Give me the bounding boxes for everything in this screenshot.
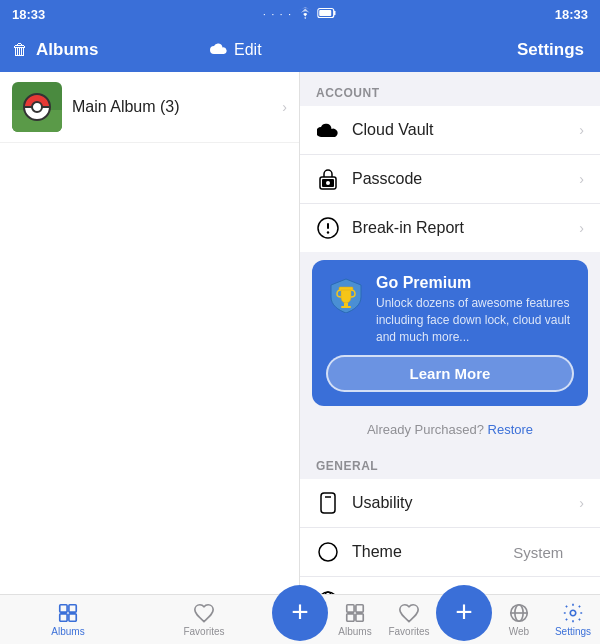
breakin-report-item[interactable]: Break-in Report › — [300, 204, 600, 252]
already-purchased-text: Already Purchased? — [367, 422, 484, 437]
svg-rect-11 — [321, 493, 335, 513]
premium-banner: Go Premium Unlock dozens of awesome feat… — [312, 260, 588, 406]
theme-value: System — [513, 544, 563, 561]
tab-web-right-label: Web — [509, 626, 529, 637]
tab-bar-right: Albums Favorites + Web — [328, 595, 600, 644]
battery-icon — [317, 7, 337, 22]
learn-more-button[interactable]: Learn More — [326, 355, 574, 392]
svg-rect-22 — [60, 605, 67, 612]
status-center: · · · · — [263, 7, 337, 22]
svg-rect-27 — [356, 605, 363, 612]
theme-item[interactable]: Theme System › — [300, 528, 600, 577]
svg-rect-28 — [347, 614, 354, 621]
tab-bar-left: Albums Favorites — [0, 595, 272, 644]
premium-description: Unlock dozens of awesome features includ… — [376, 295, 574, 345]
svg-rect-29 — [356, 614, 363, 621]
svg-rect-9 — [344, 303, 348, 306]
theme-icon — [316, 540, 340, 564]
passcode-label: Passcode — [352, 170, 567, 188]
edit-button[interactable]: Edit — [234, 41, 262, 59]
plus-icon-left: + — [291, 597, 309, 627]
tab-favorites-left-label: Favorites — [183, 626, 224, 637]
svg-point-13 — [319, 543, 337, 561]
tab-favorites-right-label: Favorites — [388, 626, 429, 637]
cloud-vault-label: Cloud Vault — [352, 121, 567, 139]
album-item[interactable]: Main Album (3) › — [0, 72, 299, 143]
album-name: Main Album (3) — [72, 98, 180, 115]
svg-rect-8 — [339, 287, 353, 290]
cloud-vault-chevron-icon: › — [579, 122, 584, 138]
account-section-header: ACCOUNT — [300, 72, 600, 106]
main-content: Main Album (3) › ACCOUNT Cloud Vault › — [0, 72, 600, 594]
cloud-icon — [210, 42, 228, 58]
cloud-vault-icon — [316, 118, 340, 142]
add-button-left[interactable]: + — [272, 585, 328, 641]
tab-bar: Albums Favorites + Albums — [0, 594, 600, 644]
tab-web-right[interactable]: Web — [492, 595, 546, 644]
svg-rect-23 — [69, 605, 76, 612]
svg-rect-24 — [60, 614, 67, 621]
signal-dots: · · · · — [263, 10, 293, 19]
left-panel: Main Album (3) › — [0, 72, 300, 594]
tab-albums-right[interactable]: Albums — [328, 595, 382, 644]
tab-center-right: + — [436, 595, 492, 644]
header-left: 🗑 Albums — [0, 40, 200, 60]
tab-albums-left[interactable]: Albums — [0, 595, 136, 644]
breakin-report-label: Break-in Report — [352, 219, 567, 237]
svg-rect-10 — [341, 306, 351, 308]
status-time-right: 18:33 — [555, 7, 588, 22]
tab-favorites-right[interactable]: Favorites — [382, 595, 436, 644]
restore-link[interactable]: Restore — [488, 422, 534, 437]
app-header: 🗑 Albums Edit Settings — [0, 28, 600, 72]
breakin-report-icon — [316, 216, 340, 240]
general-section-header: GENERAL — [300, 445, 600, 479]
usability-item[interactable]: Usability › — [300, 479, 600, 528]
passcode-icon — [316, 167, 340, 191]
album-chevron-icon: › — [282, 99, 287, 115]
wifi-icon — [297, 7, 313, 22]
usability-icon — [316, 491, 340, 515]
trash-icon[interactable]: 🗑 — [12, 41, 28, 59]
svg-rect-6 — [327, 223, 329, 229]
svg-rect-26 — [347, 605, 354, 612]
settings-title: Settings — [400, 40, 600, 60]
passcode-chevron-icon: › — [579, 171, 584, 187]
trophy-shield-icon — [326, 274, 366, 314]
already-purchased: Already Purchased? Restore — [300, 414, 600, 445]
header-center[interactable]: Edit — [200, 41, 400, 59]
albums-title: Albums — [36, 40, 98, 60]
status-bar: 18:33 · · · · 18:33 — [0, 0, 600, 28]
account-settings-group: Cloud Vault › Passcode › — [300, 106, 600, 252]
pokeball-image — [23, 93, 51, 121]
cloud-vault-item[interactable]: Cloud Vault › — [300, 106, 600, 155]
tab-settings-right-label: Settings — [555, 626, 591, 637]
svg-point-7 — [327, 231, 329, 233]
tab-bar-middle: + — [272, 595, 328, 644]
album-thumbnail — [12, 82, 62, 132]
premium-top: Go Premium Unlock dozens of awesome feat… — [326, 274, 574, 345]
svg-rect-25 — [69, 614, 76, 621]
general-settings-group: Usability › Theme System › — [300, 479, 600, 594]
tab-favorites-left[interactable]: Favorites — [136, 595, 272, 644]
tab-albums-right-label: Albums — [338, 626, 371, 637]
premium-title: Go Premium — [376, 274, 574, 292]
svg-rect-1 — [319, 10, 331, 16]
breakin-report-chevron-icon: › — [579, 220, 584, 236]
tab-albums-left-label: Albums — [51, 626, 84, 637]
status-time-left: 18:33 — [12, 7, 45, 22]
add-button-right[interactable]: + — [436, 585, 492, 641]
svg-point-4 — [326, 181, 330, 185]
passcode-item[interactable]: Passcode › — [300, 155, 600, 204]
svg-point-33 — [570, 610, 576, 616]
album-info: Main Album (3) — [72, 98, 272, 116]
tab-settings-right[interactable]: Settings — [546, 595, 600, 644]
plus-icon-right: + — [455, 597, 473, 627]
premium-text: Go Premium Unlock dozens of awesome feat… — [376, 274, 574, 345]
theme-label: Theme — [352, 543, 501, 561]
settings-panel: ACCOUNT Cloud Vault › — [300, 72, 600, 594]
usability-chevron-icon: › — [579, 495, 584, 511]
usability-label: Usability — [352, 494, 567, 512]
